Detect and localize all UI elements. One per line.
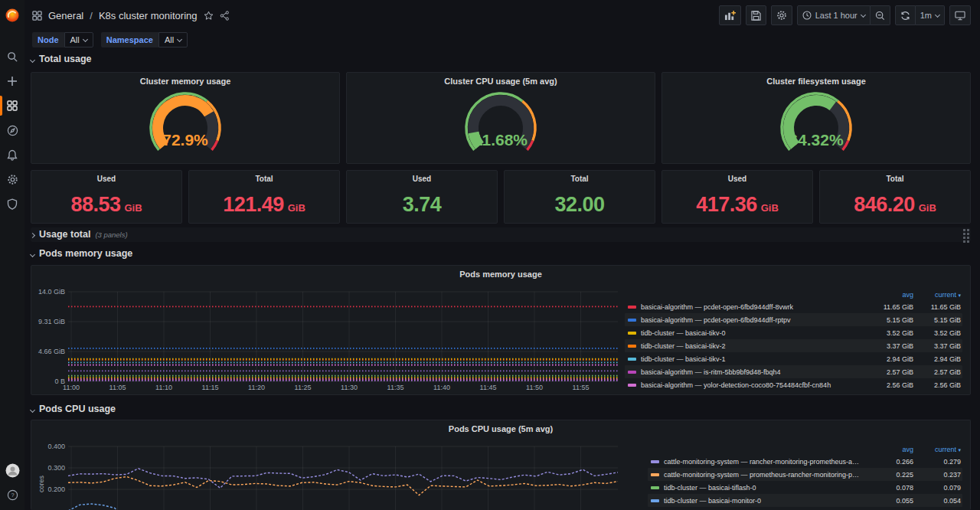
stat-value: 846.20 (854, 193, 915, 217)
dashboard-settings-button[interactable] (771, 5, 792, 25)
row-header-pods-memory[interactable]: Pods memory usage (31, 248, 132, 259)
star-icon[interactable] (204, 11, 214, 21)
refresh-interval-picker[interactable]: 1m (916, 5, 945, 25)
legend-series-swatch[interactable] (628, 345, 636, 348)
panel-stat-used-4: Used 417.36GiB (662, 170, 813, 224)
legend-column-avg[interactable]: avg (860, 291, 913, 299)
legend-avg-value: 0.078 (860, 484, 913, 492)
legend-current-value: 2.56 GiB (913, 381, 962, 389)
row-header-total-usage[interactable]: Total usage (31, 54, 92, 64)
y-axis-tick: 4.66 GiB (34, 348, 65, 355)
x-axis-tick: 11:05 (103, 384, 133, 391)
row-drag-handle[interactable] (963, 229, 969, 243)
grafana-logo[interactable] (0, 5, 24, 26)
legend-table: avg current ▾ basicai-algorithm — pcdet-… (625, 289, 962, 391)
legend-current-value: 0.279 (913, 458, 962, 466)
legend-avg-value: 3.37 GiB (860, 342, 913, 350)
legend-series-label[interactable]: basicai-algorithm — yolor-detection-coco… (641, 381, 860, 389)
x-axis-tick: 11:10 (149, 384, 179, 391)
panel-title[interactable]: Total (505, 175, 655, 183)
panel-title[interactable]: Cluster memory usage (31, 77, 339, 86)
legend-series-swatch[interactable] (628, 371, 636, 374)
admin-shield-icon[interactable] (0, 193, 24, 214)
panel-title[interactable]: Cluster CPU usage (5m avg) (347, 77, 655, 86)
user-avatar[interactable] (0, 459, 24, 481)
y-axis-tick: 9.31 GiB (34, 318, 65, 325)
legend-series-swatch[interactable] (628, 384, 636, 387)
panel-title[interactable]: Used (347, 175, 497, 183)
legend-series-swatch[interactable] (651, 473, 659, 476)
legend-avg-value: 0.055 (860, 497, 913, 505)
legend-series-swatch[interactable] (651, 460, 659, 463)
legend-series-label[interactable]: basicai-algorithm — is-ritm-5bb9bf9d48-f… (641, 368, 860, 376)
panel-stat-used-0: Used 88.53GiB (31, 170, 182, 224)
legend-column-current[interactable]: current ▾ (913, 291, 962, 299)
panel-title[interactable]: Cluster filesystem usage (662, 77, 970, 86)
add-panel-button[interactable] (719, 5, 741, 25)
variable-node-value[interactable]: All (64, 32, 93, 47)
row-title: Total usage (39, 54, 92, 64)
gauge-value: 64.32% (789, 131, 844, 149)
svg-text:?: ? (11, 492, 14, 499)
legend-column-current[interactable]: current ▾ (913, 446, 962, 453)
variable-namespace-value[interactable]: All (158, 32, 188, 47)
legend-series-label[interactable]: cattle-monitoring-system — rancher-monit… (664, 458, 860, 466)
zoom-out-time-button[interactable] (871, 5, 890, 25)
legend-avg-value: 0.266 (860, 458, 913, 466)
legend-series-label[interactable]: basicai-algorithm — pcdet-open-6fbd944df… (641, 316, 860, 324)
panel-title[interactable]: Used (662, 175, 812, 183)
variable-namespace-label[interactable]: Namespace (101, 32, 158, 47)
legend-series-swatch[interactable] (628, 332, 636, 335)
search-icon[interactable] (0, 46, 24, 67)
breadcrumb-dashboard-title[interactable]: K8s cluster monitoring (99, 10, 198, 21)
legend-series-label[interactable]: tidb-cluster — basicai-monitor-0 (664, 497, 860, 505)
legend-series-label[interactable]: cattle-monitoring-system — prometheus-ra… (664, 471, 860, 479)
alerting-bell-icon[interactable] (0, 144, 24, 165)
legend-table: avg current ▾ cattle-monitoring-system —… (648, 443, 962, 507)
save-dashboard-button[interactable] (746, 5, 766, 25)
dashboards-icon[interactable] (0, 95, 24, 116)
legend-series-swatch[interactable] (651, 499, 659, 502)
legend-series-swatch[interactable] (628, 358, 636, 361)
help-icon[interactable]: ? (0, 484, 24, 505)
stat-unit: GiB (124, 196, 142, 214)
chevron-down-icon (177, 36, 182, 41)
configuration-gear-icon[interactable] (0, 168, 24, 190)
x-axis-tick: 11:50 (519, 384, 550, 391)
refresh-interval-label: 1m (920, 11, 932, 20)
explore-compass-icon[interactable] (0, 119, 24, 141)
kiosk-mode-button[interactable] (949, 5, 971, 25)
breadcrumb: General / K8s cluster monitoring (32, 10, 230, 21)
legend-current-value: 0.237 (913, 471, 962, 479)
legend-series-swatch[interactable] (651, 486, 659, 489)
share-icon[interactable] (220, 11, 230, 21)
stat-unit: GiB (288, 196, 305, 214)
breadcrumb-section[interactable]: General (48, 10, 83, 21)
legend-row: basicai-algorithm — yolor-detection-coco… (625, 378, 962, 391)
panel-title[interactable]: Total (820, 175, 970, 183)
chevron-down-icon (861, 11, 866, 17)
legend-series-swatch[interactable] (628, 306, 636, 309)
legend-column-avg[interactable]: avg (860, 446, 913, 453)
legend-series-label[interactable]: basicai-algorithm — pcdet-open-6fbd944df… (641, 303, 860, 311)
legend-series-swatch[interactable] (628, 319, 636, 322)
time-range-picker[interactable]: Last 1 hour (797, 5, 871, 25)
refresh-button[interactable] (895, 5, 916, 25)
variable-node-label[interactable]: Node (32, 32, 64, 47)
row-header-usage-total[interactable]: Usage total (3 panels) (31, 229, 128, 240)
panel-title[interactable]: Used (31, 175, 181, 183)
legend-row: basicai-algorithm — pcdet-open-6fbd944df… (625, 313, 962, 326)
legend-series-label[interactable]: tidb-cluster — basicai-tikv-2 (641, 342, 860, 350)
row-panel-count: (3 panels) (95, 230, 127, 239)
row-header-pods-cpu[interactable]: Pods CPU usage (31, 404, 116, 414)
row-title: Usage total (39, 229, 90, 240)
stat-value: 417.36 (696, 193, 757, 217)
legend-series-label[interactable]: tidb-cluster — basicai-tikv-1 (641, 355, 860, 363)
create-plus-icon[interactable] (0, 70, 24, 92)
x-axis-tick: 11:00 (56, 384, 87, 391)
legend-avg-value: 2.94 GiB (860, 355, 913, 363)
legend-series-label[interactable]: tidb-cluster — basicai-tiflash-0 (664, 484, 860, 492)
x-axis-tick: 11:35 (381, 384, 411, 391)
panel-title[interactable]: Total (189, 175, 339, 183)
legend-series-label[interactable]: tidb-cluster — basicai-tikv-0 (641, 329, 860, 337)
